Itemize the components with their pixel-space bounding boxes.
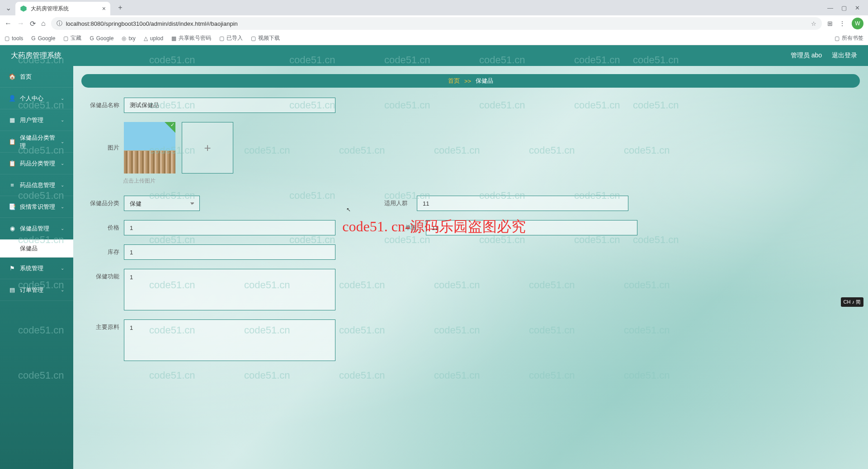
sidebar-item-system[interactable]: ⚑系统管理⌄ bbox=[0, 258, 73, 279]
favicon-icon bbox=[20, 5, 27, 12]
tab-title: 大药房管理系统 bbox=[31, 5, 99, 13]
sidebar-item-drug-info[interactable]: ≡药品信息管理⌄ bbox=[0, 174, 73, 196]
chevron-down-icon: ⌄ bbox=[61, 287, 64, 292]
material-label: 主要原料 bbox=[87, 323, 119, 331]
flag-icon: ⚑ bbox=[9, 265, 15, 272]
bookmark-item[interactable]: G Google bbox=[90, 35, 113, 42]
sidebar-item-epidemic[interactable]: 📑疫情常识管理⌄ bbox=[0, 196, 73, 218]
name-label: 保健品名称 bbox=[87, 101, 119, 109]
info-icon: ⓘ bbox=[57, 19, 62, 28]
home-icon: 🏠 bbox=[9, 73, 15, 80]
chevron-down-icon: ⌄ bbox=[61, 161, 64, 166]
tab-close-icon[interactable]: × bbox=[102, 5, 106, 12]
category-label: 保健品分类 bbox=[87, 199, 119, 207]
window-controls: — ▢ ✕ bbox=[827, 5, 864, 11]
category-select[interactable]: 保健 bbox=[124, 196, 200, 211]
clipboard-icon: 📋 bbox=[9, 138, 15, 145]
sidebar-subitem-health[interactable]: 保健品 bbox=[0, 239, 73, 258]
uploaded-image-thumb[interactable] bbox=[124, 122, 175, 174]
app-title: 大药房管理系统 bbox=[11, 51, 61, 61]
chevron-down-icon: ⌄ bbox=[61, 96, 64, 101]
limit-label: 单限 bbox=[390, 224, 417, 232]
function-label: 保健功能 bbox=[87, 272, 119, 281]
name-input[interactable] bbox=[124, 98, 335, 113]
list-icon: ≡ bbox=[9, 182, 15, 188]
chevron-down-icon: ⌄ bbox=[61, 139, 64, 144]
chevron-down-icon: ⌄ bbox=[61, 204, 64, 209]
url-input[interactable]: ⓘ localhost:8080/springboot310o0/admin/d… bbox=[51, 17, 822, 30]
ime-indicator[interactable]: CH ♪ 简 bbox=[841, 297, 864, 307]
crowd-input[interactable] bbox=[417, 196, 628, 211]
price-label: 价格 bbox=[87, 224, 119, 232]
chevron-down-icon: ⌄ bbox=[61, 183, 64, 188]
sidebar-item-personal[interactable]: 👤个人中心⌄ bbox=[0, 88, 73, 109]
menu-icon[interactable]: ⋮ bbox=[839, 20, 845, 27]
maximize-icon[interactable]: ▢ bbox=[841, 5, 847, 11]
order-icon: ▤ bbox=[9, 286, 15, 293]
bookmark-bar: ▢ tools G Google ▢ 宝藏 G Google ◎ txy △ u… bbox=[0, 32, 868, 45]
star-icon[interactable]: ☆ bbox=[811, 20, 816, 27]
bookmark-item[interactable]: △ uplod bbox=[144, 35, 163, 42]
browser-tab[interactable]: 大药房管理系统 × bbox=[15, 2, 110, 15]
chevron-down-icon: ⌄ bbox=[61, 226, 64, 231]
sidebar-item-health-category[interactable]: 📋保健品分类管理⌄ bbox=[0, 131, 73, 153]
grid-icon: ▦ bbox=[9, 117, 15, 123]
main-content: 首页 >> 保健品 保健品名称 图片 bbox=[73, 66, 868, 469]
price-input[interactable] bbox=[124, 220, 335, 235]
minimize-icon[interactable]: — bbox=[827, 5, 833, 11]
user-label[interactable]: 管理员 abo bbox=[791, 52, 822, 60]
bookmark-item[interactable]: ◎ txy bbox=[122, 35, 135, 42]
close-window-icon[interactable]: ✕ bbox=[855, 5, 860, 11]
bookmark-item[interactable]: ▢ 已导入 bbox=[219, 34, 243, 42]
crowd-label: 适用人群 bbox=[381, 199, 408, 207]
function-textarea[interactable]: 1 bbox=[124, 269, 335, 310]
new-tab-button[interactable]: + bbox=[114, 1, 127, 14]
url-text: localhost:8080/springboot310o0/admin/dis… bbox=[66, 20, 238, 27]
bookmark-item[interactable]: ▢ tools bbox=[5, 35, 23, 42]
forward-icon[interactable]: → bbox=[17, 19, 24, 28]
sidebar-item-user-mgmt[interactable]: ▦用户管理⌄ bbox=[0, 109, 73, 131]
browser-tab-bar: ⌄ 大药房管理系统 × + — ▢ ✕ bbox=[0, 0, 868, 15]
tab-dropdown-icon[interactable]: ⌄ bbox=[4, 3, 13, 12]
home-icon[interactable]: ⌂ bbox=[41, 19, 46, 28]
extension-icon[interactable]: ⊞ bbox=[827, 20, 833, 27]
image-label: 图片 bbox=[87, 144, 119, 152]
bookmark-item[interactable]: ▦ 共享账号密码 bbox=[171, 34, 211, 42]
breadcrumb-home[interactable]: 首页 bbox=[448, 77, 460, 85]
breadcrumb-current: 保健品 bbox=[476, 77, 493, 85]
clipboard-icon: 📋 bbox=[9, 160, 15, 167]
profile-avatar[interactable]: W bbox=[852, 18, 863, 29]
limit-input[interactable] bbox=[426, 220, 637, 235]
dot-icon: ◉ bbox=[9, 225, 15, 232]
bookmark-item[interactable]: G Google bbox=[31, 35, 55, 42]
sidebar: 🏠首页 👤个人中心⌄ ▦用户管理⌄ 📋保健品分类管理⌄ 📋药品分类管理⌄ ≡药品… bbox=[0, 66, 73, 469]
upload-add-button[interactable]: + bbox=[182, 122, 233, 174]
chevron-down-icon: ⌄ bbox=[61, 266, 64, 271]
address-bar: ← → ⟳ ⌂ ⓘ localhost:8080/springboot310o0… bbox=[0, 15, 868, 32]
bookmark-item[interactable]: ▢ 视频下载 bbox=[251, 34, 280, 42]
upload-hint: 点击上传图片 bbox=[123, 177, 854, 185]
chevron-down-icon: ⌄ bbox=[61, 117, 64, 122]
bookmark-item[interactable]: ▢ 宝藏 bbox=[63, 34, 81, 42]
sidebar-item-drug-category[interactable]: 📋药品分类管理⌄ bbox=[0, 153, 73, 174]
logout-button[interactable]: 退出登录 bbox=[832, 52, 857, 60]
all-bookmarks[interactable]: ▢ 所有书签 bbox=[835, 34, 863, 42]
check-icon bbox=[165, 122, 175, 133]
back-icon[interactable]: ← bbox=[5, 19, 12, 28]
breadcrumb-separator: >> bbox=[464, 78, 471, 84]
user-icon: 👤 bbox=[9, 95, 15, 102]
stock-input[interactable] bbox=[124, 244, 335, 260]
breadcrumb: 首页 >> 保健品 bbox=[81, 74, 860, 88]
app-topbar: 大药房管理系统 管理员 abo 退出登录 bbox=[0, 45, 868, 66]
stock-label: 库存 bbox=[87, 248, 119, 256]
sidebar-item-health-mgmt[interactable]: ◉保健品管理⌄ bbox=[0, 218, 73, 239]
sidebar-item-order[interactable]: ▤订单管理⌄ bbox=[0, 279, 73, 301]
material-textarea[interactable]: 1 bbox=[124, 319, 335, 361]
doc-icon: 📑 bbox=[9, 203, 15, 210]
reload-icon[interactable]: ⟳ bbox=[30, 19, 36, 28]
sidebar-item-home[interactable]: 🏠首页 bbox=[0, 66, 73, 88]
